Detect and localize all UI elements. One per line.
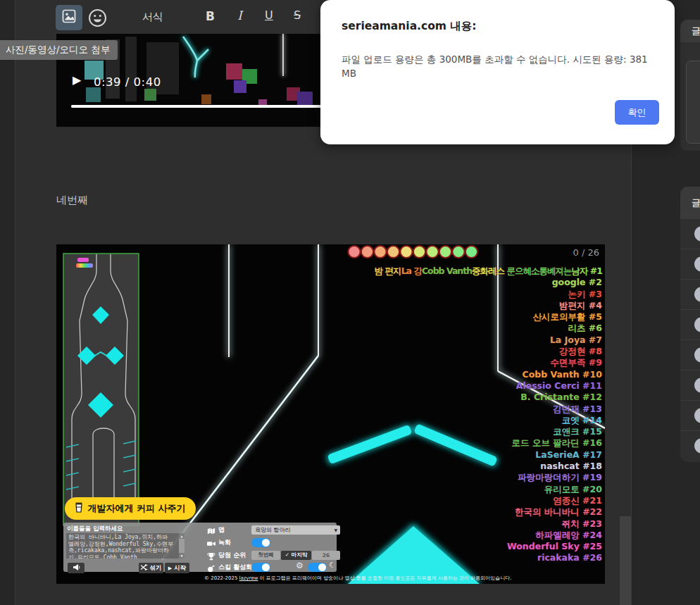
progress-circle xyxy=(465,246,477,258)
ranking-entry: 코앤크 #15 xyxy=(375,426,602,437)
ranking-entry: 한국의 바니바니 #22 xyxy=(375,506,602,518)
dialog-title: serieamania.com 내용: xyxy=(342,19,477,34)
rank1-segment: La 강 xyxy=(401,266,422,276)
avatar xyxy=(694,287,700,302)
chevron-down-icon: ▼ xyxy=(334,525,337,535)
ranking-list: 밤 편지La 강Cobb Vanth중화레스 룬으혜소통볘져는남자 #1 goo… xyxy=(375,266,602,564)
video-time: 0:39 / 0:40 xyxy=(94,75,161,89)
ranking-entry: 로드 오브 팔라딘 #16 xyxy=(375,437,602,449)
attach-media-button[interactable] xyxy=(56,5,82,30)
progress-circle xyxy=(413,246,425,258)
rank1-segment: 밤 편지 xyxy=(375,266,401,276)
sidebar-list-item[interactable] xyxy=(680,309,700,339)
names-text-line: 족,ricakaka,nashcat,파랑마랑더하 xyxy=(68,547,177,554)
avatar xyxy=(694,317,700,332)
strikethrough-button[interactable]: S xyxy=(294,8,301,22)
progress-circle xyxy=(361,246,373,258)
progress-circle xyxy=(426,246,438,258)
dark-mode-toggle[interactable] xyxy=(308,563,327,572)
italic-button[interactable]: I xyxy=(237,8,242,23)
avatar xyxy=(694,347,700,363)
coffee-button[interactable]: 개발자에게 커피 사주기 xyxy=(65,497,196,520)
names-text-line: 기,유리모토,Cobb Vanth xyxy=(68,554,177,559)
seg-count-button[interactable]: 26 xyxy=(312,551,340,560)
ranking-entry: 강정현 #8 xyxy=(375,346,602,357)
ranking-entry: 염종신 #21 xyxy=(375,495,602,506)
avatar xyxy=(694,378,700,393)
sidebar-list-item[interactable] xyxy=(680,430,700,461)
announce-button[interactable] xyxy=(68,563,85,573)
shuffle-button[interactable]: 섞기 xyxy=(139,563,163,573)
sidebar-list-item[interactable] xyxy=(680,400,700,430)
sidebar-panel-list[interactable]: 글 xyxy=(680,187,700,462)
sidebar-panel-list-header[interactable]: 글 xyxy=(680,187,700,218)
scroll-up-icon[interactable]: ▲ xyxy=(179,533,185,539)
sidebar-list-item[interactable] xyxy=(680,370,700,400)
rank1-segment: 룬으혜소통볘져는 xyxy=(504,266,571,276)
sidebar-panel-top-title: 글 xyxy=(692,25,700,37)
skill-toggle[interactable] xyxy=(251,563,270,572)
format-menu-button[interactable]: 서식 xyxy=(142,11,163,24)
sidebar-list-item[interactable] xyxy=(680,218,700,249)
sidebar-list-item[interactable] xyxy=(680,279,700,309)
trophy-icon xyxy=(207,550,215,559)
progress-circle xyxy=(452,246,464,258)
record-toggle[interactable] xyxy=(251,538,270,547)
ranking-entry: nashcat #18 xyxy=(375,461,602,472)
ranking-entry: 리츠 #6 xyxy=(375,323,602,334)
sidebar-panel-list-title: 글 xyxy=(692,197,700,209)
sidebar-list-item[interactable] xyxy=(680,249,700,279)
copyright-prefix: © 2022-2025 xyxy=(204,575,239,581)
ranking-entry: 유리모토 #20 xyxy=(375,484,602,495)
progress-circle xyxy=(400,246,412,258)
emoji-button[interactable] xyxy=(88,8,107,27)
scroll-down-icon[interactable]: ▼ xyxy=(179,553,185,559)
skill-bomb-icon xyxy=(207,562,215,570)
map-select-value: 욕망의 항아리 xyxy=(255,527,291,533)
ranking-entry: 산시로의부활 #5 xyxy=(375,311,602,323)
ranking-entry: 파랑마랑더하기 #19 xyxy=(375,472,602,483)
coffee-cup-icon xyxy=(75,502,83,515)
shuffle-icon xyxy=(141,564,148,572)
ranking-entry: La Joya #7 xyxy=(375,335,602,346)
names-text-line: 엘레앙,강정현,Wonderful Sky,수면부 xyxy=(68,541,177,548)
sidebar-panel-top[interactable]: 글 xyxy=(680,20,700,151)
scrollbar-thumb[interactable] xyxy=(620,516,631,605)
editor-page: 서식 B I U S 사진/동영상/오디오 첨부 xyxy=(0,0,700,605)
coffee-button-label: 개발자에게 커피 사주기 xyxy=(87,502,185,515)
misspelled-word: Vanth xyxy=(120,554,137,559)
copyright-link[interactable]: lazyrew xyxy=(239,575,258,581)
ranking-entry: google #2 xyxy=(375,277,602,288)
map-select[interactable]: 욕망의 항아리 ▼ xyxy=(251,525,340,535)
sidebar-panel-top-header[interactable]: 글 xyxy=(680,20,700,42)
seg-first-button[interactable]: 첫번째 xyxy=(251,551,280,560)
ranking-entry: Cobb Vanth #10 xyxy=(375,369,602,380)
confirm-button[interactable]: 확인 xyxy=(615,100,659,125)
names-textarea[interactable]: 한국의 바니바니,La Joya,쥐치,하파엘레앙,강정현,Wonderful … xyxy=(66,533,185,559)
ranking-entry: 김민재 #13 xyxy=(375,404,602,415)
bold-button[interactable]: B xyxy=(206,9,215,23)
toggle-knob xyxy=(318,563,326,571)
moon-icon: ☾ xyxy=(329,561,336,570)
shuffle-label: 섞기 xyxy=(150,564,162,573)
dialog-message: 파일 업로드 용량은 총 300MB를 초과할 수 없습니다. 시도된 용량: … xyxy=(342,52,660,80)
seg-last-button[interactable]: ✓ 마지막 xyxy=(281,551,311,560)
play-button[interactable]: ▶ xyxy=(73,73,81,87)
ranking-entry: 수면부족 #9 xyxy=(375,357,602,368)
editor-paragraph[interactable]: 네번째 xyxy=(56,194,88,207)
map-label: 맵 xyxy=(218,525,225,535)
start-button[interactable]: ▶ 시작 xyxy=(165,563,189,573)
gear-icon[interactable]: ⚙ xyxy=(296,561,304,570)
names-label: 이름들을 입력하세요 xyxy=(67,525,123,533)
textarea-scrollbar[interactable]: ▲ ▼ xyxy=(179,533,185,559)
prize-rank-label: 당첨 순위 xyxy=(218,551,246,560)
sidebar-list-item[interactable] xyxy=(680,339,700,370)
rank1-segment: 남자 #1 xyxy=(571,266,602,276)
attach-tooltip: 사진/동영상/오디오 첨부 xyxy=(0,40,118,60)
game-copyright: © 2022-2025 lazyrew 이 프로그램은 프리웨어이며 방송이나 … xyxy=(204,575,601,582)
emoji-icon xyxy=(88,17,107,30)
ranking-entry: 코엣 #14 xyxy=(375,415,602,426)
underline-button[interactable]: U xyxy=(265,8,273,22)
left-gutter xyxy=(0,0,15,605)
progress-circles xyxy=(348,246,477,258)
